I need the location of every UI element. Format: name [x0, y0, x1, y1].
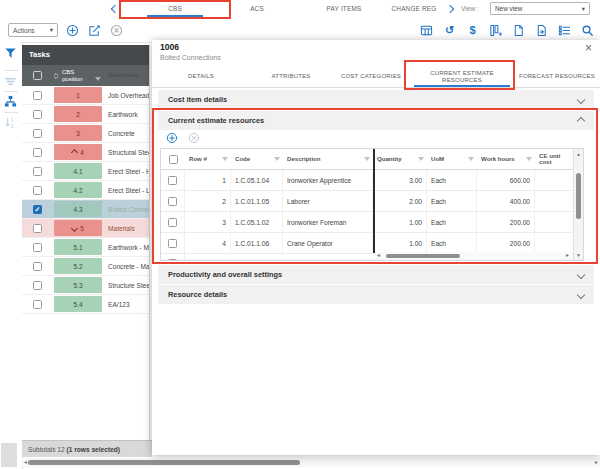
collapse-row-icon[interactable] [71, 148, 78, 155]
scroll-down-icon[interactable]: ▼ [575, 252, 582, 258]
add-icon[interactable] [66, 24, 79, 37]
accordion-cost-item-details[interactable]: Cost item details [158, 90, 594, 109]
column-header-row[interactable]: Row # [185, 149, 231, 169]
table-grid-icon[interactable] [420, 24, 433, 37]
task-row[interactable]: 5.3 Structure Steel - .. [22, 276, 149, 295]
collapse-all-icon[interactable] [52, 72, 60, 80]
resource-row[interactable]: 2 1.C.01.1.05 Laborer 2.00 Each 400.00 [161, 191, 583, 212]
task-row[interactable]: 5.1 Earthwork - Mater.. [22, 238, 149, 257]
scrollbar-thumb[interactable] [386, 254, 460, 258]
row-checkbox[interactable] [33, 224, 42, 233]
task-row[interactable]: 3 Concrete [22, 124, 149, 143]
document-icon[interactable] [512, 24, 525, 37]
task-row-selected[interactable]: ✓ 4.3 Bolted Connections [22, 200, 149, 219]
task-row[interactable]: 2 Earthwork [22, 105, 149, 124]
accordion-resource-details[interactable]: Resource details [158, 285, 594, 304]
scroll-right-icon[interactable]: ► [564, 251, 571, 260]
column-header-cbs-position[interactable]: CBS position [52, 69, 104, 82]
task-row[interactable]: 4 Structural Steel [22, 143, 149, 162]
row-checkbox[interactable] [33, 300, 42, 309]
actions-button[interactable]: Actions ▾ [8, 23, 58, 37]
horizontal-scrollbar[interactable]: ◄ ► [22, 458, 600, 467]
row-checkbox[interactable] [168, 259, 177, 260]
row-checkbox[interactable] [33, 243, 42, 252]
row-checkbox[interactable] [33, 110, 42, 119]
insert-column-icon[interactable] [489, 24, 502, 37]
tab-details[interactable]: DETAILS [152, 66, 250, 87]
select-all-checkbox[interactable] [169, 155, 178, 164]
frozen-column-divider[interactable] [373, 149, 375, 253]
sort-icon[interactable]: 12 [4, 116, 17, 129]
task-row[interactable]: 5 Materials [22, 219, 149, 238]
column-filter-icon[interactable] [222, 157, 228, 161]
tab-acs[interactable]: ACS [229, 0, 285, 18]
add-resource-icon[interactable] [166, 132, 178, 144]
tab-forecast-resources[interactable]: FORECAST RESOURCES [514, 66, 600, 87]
row-checkbox[interactable] [168, 239, 177, 248]
scrollbar-thumb[interactable] [576, 173, 581, 219]
column-filter-icon[interactable] [364, 157, 370, 161]
column-filter-icon[interactable] [274, 157, 280, 161]
row-checkbox[interactable] [168, 176, 177, 185]
tab-pay-items[interactable]: PAY ITEMS [300, 0, 388, 18]
scroll-left-icon[interactable]: ◄ [375, 251, 382, 260]
expand-row-icon[interactable] [71, 224, 78, 231]
tab-current-estimate-resources[interactable]: CURRENT ESTIMATE RESOURCES [410, 66, 514, 87]
view-dropdown[interactable]: New view ▾ [490, 2, 590, 15]
column-header-description[interactable]: Description [104, 72, 149, 79]
close-icon[interactable]: × [585, 41, 592, 55]
table-horizontal-scrollbar[interactable]: ◄ ► [374, 252, 572, 259]
scroll-tabs-left-icon[interactable] [112, 6, 118, 13]
chevron-right-icon[interactable] [447, 6, 453, 13]
column-filter-icon[interactable] [468, 157, 474, 161]
row-checkbox[interactable] [168, 197, 177, 206]
row-checkbox[interactable] [33, 129, 42, 138]
tab-cbs[interactable]: CBS [121, 0, 229, 18]
column-header-code[interactable]: Code [231, 149, 283, 169]
column-header-description[interactable]: Description [283, 149, 373, 169]
row-checkbox[interactable] [33, 167, 42, 176]
filter-icon[interactable] [4, 47, 17, 60]
accordion-productivity-settings[interactable]: Productivity and overall settings [158, 265, 594, 284]
column-filter-icon[interactable] [95, 77, 101, 81]
row-checkbox[interactable] [33, 262, 42, 271]
resource-row[interactable]: 3 1.C.05.1.02 Ironworker Foreman 1.00 Ea… [161, 212, 583, 233]
column-filter-icon[interactable] [418, 157, 424, 161]
delete-circle-icon[interactable] [110, 24, 123, 37]
column-header-uom[interactable]: UoM [427, 149, 477, 169]
export-document-icon[interactable] [535, 24, 548, 37]
row-settings-icon[interactable] [558, 24, 571, 37]
tab-cost-categories[interactable]: COST CATEGORIES [332, 66, 410, 87]
task-row[interactable]: 4.1 Erect Steel - Heavy [22, 162, 149, 181]
search-icon[interactable] [581, 24, 594, 37]
resource-row[interactable]: 1 1.C.05.1.04 Ironworker Apprentice 3.00… [161, 170, 583, 191]
task-row[interactable]: 5.4 EA/123 [22, 295, 149, 314]
refresh-icon[interactable]: ↺ [443, 24, 456, 37]
row-checkbox-checked[interactable]: ✓ [33, 205, 42, 214]
remove-resource-icon[interactable] [188, 132, 200, 144]
hierarchy-icon[interactable] [4, 95, 17, 108]
column-header-ce-unit-cost[interactable]: CE unit cost [535, 149, 575, 169]
task-row[interactable]: 4.2 Erect Steel - Light [22, 181, 149, 200]
row-checkbox[interactable] [168, 218, 177, 227]
filter-rows-icon[interactable] [4, 75, 17, 88]
row-checkbox[interactable] [33, 186, 42, 195]
column-filter-icon[interactable] [526, 157, 532, 161]
column-header-work-hours[interactable]: Work hours [477, 149, 535, 169]
scrollbar-thumb[interactable] [28, 460, 300, 465]
task-row[interactable]: 5.2 Concrete - Materi.. [22, 257, 149, 276]
currency-icon[interactable]: $ [466, 24, 479, 37]
column-header-quantity[interactable]: Quantity [373, 149, 427, 169]
row-checkbox[interactable] [33, 148, 42, 157]
edit-icon[interactable] [88, 24, 101, 37]
tab-change-reg[interactable]: CHANGE REG [385, 0, 443, 18]
select-all-checkbox[interactable] [33, 71, 42, 80]
row-checkbox[interactable] [33, 281, 42, 290]
tab-attributes[interactable]: ATTRIBUTES [250, 66, 332, 87]
scroll-up-icon[interactable]: ▲ [575, 151, 582, 157]
table-vertical-scrollbar[interactable]: ▲ ▼ [573, 149, 583, 260]
scroll-right-icon[interactable]: ► [593, 458, 600, 467]
task-row[interactable]: 1 Job Overhead [22, 86, 149, 105]
row-checkbox[interactable] [33, 91, 42, 100]
accordion-current-estimate-resources[interactable]: Current estimate resources [158, 111, 594, 130]
